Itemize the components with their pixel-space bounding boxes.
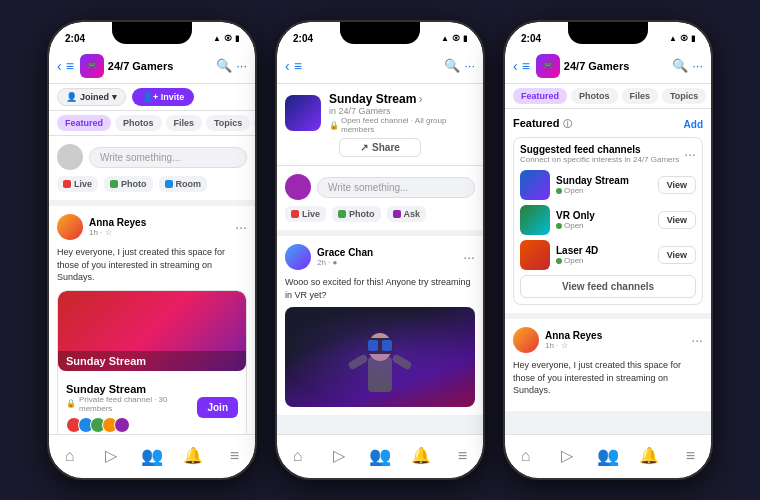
wifi-icon-2: ⦿ — [452, 34, 460, 43]
vr-person-svg — [340, 312, 420, 402]
post-avatar-3 — [513, 327, 539, 353]
photo-button-2[interactable]: Photo — [332, 206, 381, 222]
group-avatar-3: 🎮 — [536, 54, 560, 78]
invite-button[interactable]: 👤+ Invite — [132, 88, 194, 106]
channel-header-info: Sunday Stream › in 24/7 Gamers 🔒 Open fe… — [329, 92, 475, 134]
search-icon-3[interactable]: 🔍 — [672, 58, 688, 73]
tab-featured-3[interactable]: Featured — [513, 88, 567, 104]
tab-files-3[interactable]: Files — [622, 88, 659, 104]
time-3: 2:04 — [521, 33, 541, 44]
hamburger-icon-2[interactable]: ≡ — [294, 58, 302, 74]
back-icon-2[interactable]: ‹ — [285, 58, 290, 74]
suggested-info: Suggested feed channels Connect on speci… — [520, 144, 679, 164]
photo-icon — [110, 180, 118, 188]
view-button-0[interactable]: View — [658, 176, 696, 194]
write-input-2[interactable]: Write something... — [317, 177, 475, 198]
battery-icon-3: ▮ — [691, 34, 695, 43]
people-icon-3: 👥 — [597, 445, 619, 467]
nav-people-2[interactable]: 👥 — [359, 441, 400, 470]
joined-button[interactable]: 👤 Joined ▾ — [57, 88, 126, 106]
tab-more-3[interactable]: Re — [710, 88, 711, 104]
view-channels-button[interactable]: View feed channels — [520, 275, 696, 298]
joined-icon: 👤 — [66, 92, 77, 102]
join-button[interactable]: Join — [197, 397, 238, 418]
nav-people[interactable]: 👥 — [131, 441, 172, 470]
room-button[interactable]: Room — [159, 176, 208, 192]
nav-menu-2[interactable]: ≡ — [442, 441, 483, 470]
write-card-2: Write something... Live Photo Ask — [277, 166, 483, 230]
content-1: Write something... Live Photo Room — [49, 136, 255, 434]
nav-bell-3[interactable]: 🔔 — [629, 441, 670, 470]
back-icon[interactable]: ‹ — [57, 58, 62, 74]
room-icon — [165, 180, 173, 188]
more-icon[interactable]: ··· — [236, 58, 247, 73]
nav-people-3[interactable]: 👥 — [587, 441, 628, 470]
suggested-header: Suggested feed channels Connect on speci… — [520, 144, 696, 164]
ask-icon — [393, 210, 401, 218]
more-icon-3[interactable]: ··· — [692, 58, 703, 73]
tab-more[interactable]: Re — [254, 115, 255, 131]
post-time-3: 1h · ☆ — [545, 341, 685, 350]
channel-row-status-1: Open — [556, 221, 652, 230]
nav-home-2[interactable]: ⌂ — [277, 441, 318, 470]
status-icons-1: ▲ ⦿ ▮ — [213, 34, 239, 43]
add-link[interactable]: Add — [684, 119, 703, 130]
group-name-3: 24/7 Gamers — [564, 60, 668, 72]
search-icon-2[interactable]: 🔍 — [444, 58, 460, 73]
view-button-1[interactable]: View — [658, 211, 696, 229]
channel-privacy: Private feed channel · 30 members — [79, 395, 191, 413]
tab-topics[interactable]: Topics — [206, 115, 250, 131]
write-card: Write something... Live Photo Room — [49, 136, 255, 200]
status-icons-2: ▲ ⦿ ▮ — [441, 34, 467, 43]
featured-section: Featured ⓘ Add Suggested feed channels C… — [505, 109, 711, 313]
post-avatar — [57, 214, 83, 240]
nav-home[interactable]: ⌂ — [49, 441, 90, 470]
post-more-icon[interactable]: ··· — [235, 219, 247, 235]
post-more-icon-2[interactable]: ··· — [463, 249, 475, 265]
group-avatar-icon-3: 🎮 — [543, 61, 553, 70]
nav-bar-1: ‹ ≡ 🎮 24/7 Gamers 🔍 ··· — [49, 48, 255, 84]
tab-files[interactable]: Files — [166, 115, 203, 131]
channel-row-name-2: Laser 4D — [556, 245, 652, 256]
member-avatars — [66, 417, 191, 433]
tab-photos[interactable]: Photos — [115, 115, 162, 131]
live-icon-2 — [291, 210, 299, 218]
write-input[interactable]: Write something... — [89, 147, 247, 168]
group-avatar-icon: 🎮 — [87, 61, 97, 70]
channel-row-name-1: VR Only — [556, 210, 652, 221]
post-more-icon-3[interactable]: ··· — [691, 332, 703, 348]
search-icon[interactable]: 🔍 — [216, 58, 232, 73]
photo-button[interactable]: Photo — [104, 176, 153, 192]
nav-play-3[interactable]: ▷ — [546, 441, 587, 470]
live-button-2[interactable]: Live — [285, 206, 326, 222]
featured-title: Featured ⓘ — [513, 117, 572, 131]
post-meta-3: Anna Reyes 1h · ☆ — [545, 330, 685, 350]
post-card-3: Anna Reyes 1h · ☆ ··· Hey everyone, I ju… — [505, 319, 711, 411]
hamburger-icon[interactable]: ≡ — [66, 58, 74, 74]
nav-bell-2[interactable]: 🔔 — [401, 441, 442, 470]
wifi-icon: ⦿ — [224, 34, 232, 43]
hamburger-icon-3[interactable]: ≡ — [522, 58, 530, 74]
nav-menu[interactable]: ≡ — [214, 441, 255, 470]
nav-play[interactable]: ▷ — [90, 441, 131, 470]
view-button-2[interactable]: View — [658, 246, 696, 264]
content-3: Featured ⓘ Add Suggested feed channels C… — [505, 109, 711, 434]
nav-home-3[interactable]: ⌂ — [505, 441, 546, 470]
phone-2: 2:04 ▲ ⦿ ▮ ‹ ≡ 🔍 ··· Sunday Stream › — [275, 20, 485, 480]
back-icon-3[interactable]: ‹ — [513, 58, 518, 74]
nav-play-2[interactable]: ▷ — [318, 441, 359, 470]
ask-button[interactable]: Ask — [387, 206, 427, 222]
post-author-3: Anna Reyes — [545, 330, 685, 341]
nav-menu-3[interactable]: ≡ — [670, 441, 711, 470]
live-icon — [63, 180, 71, 188]
post-avatar-2 — [285, 244, 311, 270]
tab-photos-3[interactable]: Photos — [571, 88, 618, 104]
privacy-icon: 🔒 — [66, 399, 76, 408]
tab-topics-3[interactable]: Topics — [662, 88, 706, 104]
live-button[interactable]: Live — [57, 176, 98, 192]
nav-bell[interactable]: 🔔 — [173, 441, 214, 470]
suggested-more-icon[interactable]: ··· — [684, 146, 696, 162]
tab-featured[interactable]: Featured — [57, 115, 111, 131]
more-icon-2[interactable]: ··· — [464, 58, 475, 73]
share-channel-button[interactable]: ↗ Share — [339, 138, 421, 157]
